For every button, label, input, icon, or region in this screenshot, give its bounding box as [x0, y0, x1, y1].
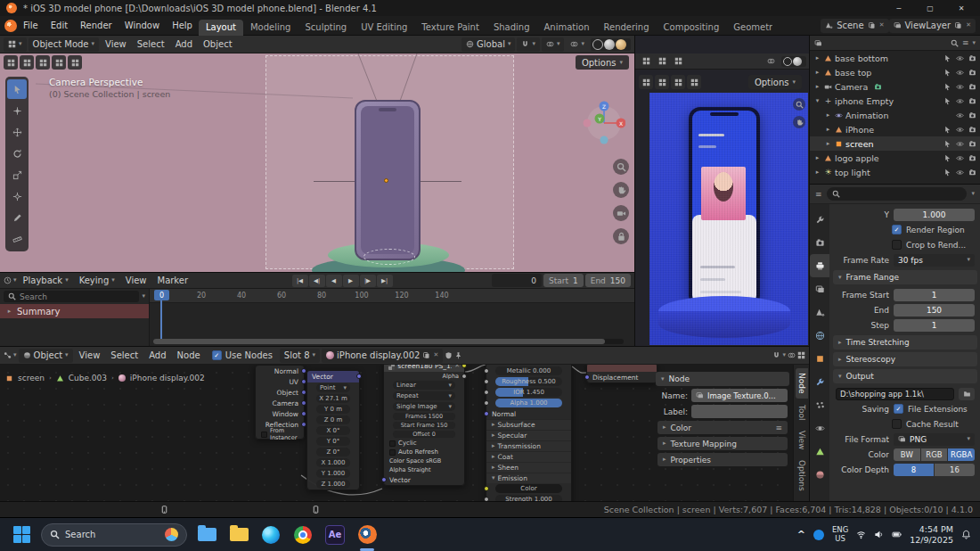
workspace-tab-texture-paint[interactable]: Texture Paint [414, 20, 486, 36]
playhead-line[interactable] [160, 300, 162, 339]
active-camera-icon[interactable] [874, 83, 882, 91]
snap-toggle[interactable]: ▾ [517, 37, 540, 52]
node-section-header[interactable]: ▾Node [656, 372, 789, 386]
lock-view-icon[interactable] [613, 228, 629, 244]
extension-dropdown[interactable]: Repeat▾ [393, 391, 455, 400]
item-label[interactable]: iphone Empty [835, 96, 894, 106]
output-path-field[interactable]: D:\shopping app 1.1k\ [836, 388, 954, 400]
auto-refresh-checkbox[interactable]: Auto Refresh [384, 448, 464, 456]
chevron-down-icon[interactable]: ▾ [972, 40, 976, 46]
item-label[interactable]: logo apple [835, 153, 879, 163]
item-label[interactable]: base top [835, 68, 871, 78]
selectable-icon[interactable] [943, 54, 951, 62]
playhead-badge[interactable]: 0 [154, 290, 169, 300]
location-x-field[interactable]: X 27.1 m [316, 394, 350, 403]
clock[interactable]: 4:54 PM12/9/2025 [910, 524, 953, 545]
play-button[interactable]: ▶ [343, 275, 359, 287]
workspace-tab-geometry-nodes[interactable]: Geometry Nodes [726, 20, 772, 36]
scale-x-field[interactable]: X 1.000 [316, 458, 350, 467]
alpha-slider[interactable]: Alpha 1.000 [495, 399, 562, 407]
tray-chevron-icon[interactable]: ^ [797, 529, 805, 540]
close-button[interactable]: ✕ [949, 0, 974, 16]
color-rgba-option[interactable]: RGBA [948, 448, 975, 461]
socket-icon[interactable] [356, 374, 359, 379]
normal-socket-icon[interactable] [484, 411, 489, 416]
menu-marker[interactable]: Marker [153, 274, 193, 288]
render-visibility-icon[interactable] [968, 83, 976, 91]
end-field[interactable]: 150 [894, 304, 975, 317]
next-keyframe-button[interactable]: |▶ [360, 275, 376, 287]
disclosure-icon[interactable]: ▾ [813, 97, 821, 104]
navigation-gizmo[interactable]: Z X Y [583, 96, 625, 153]
file-explorer-icon[interactable] [194, 522, 219, 547]
render-visibility-icon[interactable] [968, 111, 976, 119]
socket-icon[interactable] [484, 400, 489, 406]
scale-tool[interactable] [7, 165, 27, 185]
menu-select[interactable]: Select [106, 349, 143, 363]
menu-icon[interactable]: ≡ [775, 424, 782, 432]
hide-eye-icon[interactable] [956, 169, 964, 177]
render-visibility-icon[interactable] [968, 140, 976, 148]
wifi-icon[interactable] [856, 530, 866, 539]
tab-view[interactable]: View [796, 426, 808, 454]
disclosure-icon[interactable]: ▸ [5, 308, 13, 315]
render-visibility-icon[interactable] [968, 126, 976, 134]
hide-eye-icon[interactable] [956, 83, 964, 91]
workspace-tab-animation[interactable]: Animation [537, 20, 597, 36]
shading-wireframe-button[interactable] [592, 39, 603, 50]
filter-icon[interactable]: ≡ [962, 38, 969, 47]
object-origin-dot[interactable] [384, 178, 388, 183]
material-tab[interactable] [810, 463, 829, 486]
menu-render[interactable]: Render [74, 16, 118, 35]
measure-tool[interactable] [7, 229, 27, 249]
item-label[interactable]: base bottom [835, 53, 888, 63]
menu-playback[interactable]: Playback▾ [19, 274, 73, 288]
selectable-icon[interactable] [943, 83, 951, 91]
fake-user-shield-icon[interactable] [445, 351, 453, 359]
modifiers-tab[interactable] [810, 370, 829, 393]
scene-selector[interactable]: Scene ✕ [821, 19, 888, 33]
notifications-bell-icon[interactable] [961, 530, 971, 539]
item-label[interactable]: screen [845, 139, 874, 149]
disclosure-icon[interactable]: ▸ [824, 111, 832, 119]
item-label[interactable]: iPhone [845, 125, 874, 135]
selectable-icon[interactable] [943, 126, 951, 134]
render-region-checkbox[interactable]: ✓ [892, 225, 902, 234]
tool-settings-icon[interactable] [671, 75, 685, 89]
copy-icon[interactable] [868, 21, 876, 29]
onedrive-icon[interactable] [813, 530, 824, 540]
tab-tool[interactable]: Tool [796, 400, 808, 424]
view-mode-icon[interactable] [655, 54, 669, 69]
taskbar-search[interactable]: Search [41, 523, 187, 547]
menu-edit[interactable]: Edit [45, 16, 74, 35]
item-label[interactable]: Animation [845, 111, 888, 120]
tool-tab[interactable] [810, 208, 829, 231]
overlays-icon[interactable] [788, 351, 796, 359]
depth-16-option[interactable]: 16 [935, 464, 975, 476]
render-visibility-icon[interactable] [968, 169, 976, 177]
from-instancer-checkbox[interactable]: From Instancer [256, 430, 304, 439]
selectable-icon[interactable] [943, 69, 951, 77]
hide-eye-icon[interactable] [956, 140, 964, 148]
menu-add[interactable]: Add [144, 349, 170, 363]
stereoscopy-section[interactable]: ▸Stereoscopy [833, 352, 977, 366]
timeline-scrollbar[interactable] [153, 339, 624, 344]
outliner-editor-icon[interactable] [814, 39, 822, 47]
outliner-item-base-top[interactable]: ▸ base top [810, 65, 980, 79]
texture-mapping-section[interactable]: ▸Texture Mapping [657, 437, 788, 450]
cursor-tool[interactable] [7, 101, 27, 120]
current-frame-field[interactable]: 0 [492, 274, 542, 287]
disclosure-icon[interactable]: ▸ [813, 69, 821, 76]
render-visibility-icon[interactable] [968, 154, 976, 162]
interpolation-dropdown[interactable]: Linear▾ [393, 381, 455, 390]
selectable-icon[interactable] [943, 154, 951, 162]
cyclic-checkbox[interactable]: Cyclic [384, 439, 464, 448]
disclosure-icon[interactable]: ▸ [813, 83, 821, 90]
close-icon[interactable]: ✕ [879, 22, 885, 29]
location-z-field[interactable]: Z 0 m [316, 415, 350, 424]
hide-eye-icon[interactable] [956, 126, 964, 134]
tool-settings-icon[interactable] [52, 55, 66, 70]
roughness-slider[interactable]: Roughness 0.500 [495, 377, 562, 386]
aspect-y-field[interactable]: 1.000 [894, 209, 975, 221]
source-dropdown[interactable]: Single Image▾ [393, 402, 455, 411]
